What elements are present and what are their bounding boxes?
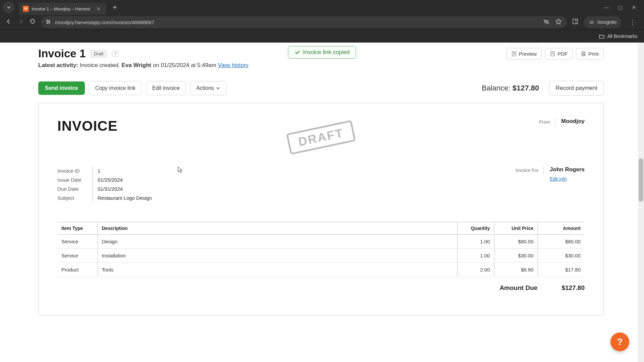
side-panel-button[interactable] [572, 18, 579, 26]
cell-amt: $30.00 [538, 249, 585, 263]
reload-icon [30, 18, 36, 24]
svg-point-2 [47, 22, 48, 24]
for-name: John Rogers [550, 166, 585, 173]
bookmark-star-button[interactable] [555, 18, 562, 26]
balance-label: Balance: [482, 84, 513, 92]
activity-actor: Eva Wright [122, 62, 151, 68]
all-bookmarks-button[interactable]: All Bookmarks [599, 33, 637, 39]
col-header-unit: Unit Price [494, 222, 538, 235]
svg-point-1 [49, 21, 50, 22]
forward-button[interactable] [17, 18, 24, 26]
back-button[interactable] [5, 18, 12, 26]
toast-text: Invoice link copied [303, 49, 350, 56]
edit-info-link[interactable]: Edit info [550, 176, 567, 182]
browser-menu-button[interactable]: ⋮ [627, 17, 639, 27]
svg-rect-6 [573, 19, 578, 24]
maximize-button[interactable]: ▢ [618, 5, 623, 10]
amount-due-label: Amount Due [499, 284, 537, 292]
nav-bar: moodjoy.harvestapp.com/invoices/40888687… [0, 15, 644, 29]
svg-point-3 [545, 22, 546, 23]
copy-link-button[interactable]: Copy invoice link [89, 81, 142, 95]
cell-unit: $8.90 [494, 263, 538, 277]
new-tab-button[interactable]: + [110, 2, 120, 12]
line-items-table: Item Type Description Quantity Unit Pric… [57, 222, 585, 277]
address-bar[interactable]: moodjoy.harvestapp.com/invoices/40888687 [41, 16, 567, 28]
svg-line-5 [544, 19, 549, 24]
preview-label: Preview [519, 51, 537, 57]
cell-unit: $30.00 [494, 249, 538, 263]
actions-dropdown[interactable]: Actions [190, 81, 226, 95]
meta-invoice-id: 1 [93, 166, 152, 175]
meta-issue-date: 01/25/2024 [93, 175, 152, 184]
cell-type: Product [57, 263, 98, 277]
col-header-qty: Quantity [457, 222, 494, 235]
cell-desc: Design [98, 235, 457, 249]
meta-issue-date-label: Issue Date [57, 175, 93, 184]
help-fab-button[interactable]: ? [610, 333, 629, 351]
svg-text:$: $ [513, 52, 515, 55]
cell-type: Service [57, 249, 98, 263]
close-tab-button[interactable]: ✕ [95, 5, 102, 13]
chevron-down-icon [216, 86, 220, 90]
cell-qty: 1.00 [457, 249, 494, 263]
help-button[interactable]: ? [112, 50, 119, 57]
activity-prefix: Latest activity: [38, 62, 78, 68]
invoice-card: INVOICE DRAFT From Moodjoy Invoice ID 1 … [38, 103, 604, 315]
status-badge: Draft [90, 50, 107, 58]
svg-rect-16 [582, 52, 585, 53]
balance-amount: $127.80 [513, 84, 539, 92]
preview-button[interactable]: $ Preview [506, 48, 542, 60]
incognito-indicator-icon[interactable] [543, 18, 550, 26]
minimize-button[interactable]: — [604, 5, 609, 10]
pdf-label: PDF [557, 51, 568, 57]
close-window-button[interactable]: ✕ [632, 5, 636, 10]
table-row: Service Design 1.00 $80.00 $80.00 [57, 235, 585, 249]
reload-button[interactable] [30, 18, 36, 26]
activity-text: Invoice created. [80, 62, 120, 68]
scrollbar[interactable] [638, 43, 644, 362]
meta-due-date-label: Due Date [57, 184, 93, 193]
activity-line: Latest activity: Invoice created. Eva Wr… [38, 62, 604, 69]
pdf-button[interactable]: PDF [545, 48, 573, 60]
browser-chrome: H Invoice 1 – Moodjoy – Harvest ✕ + — ▢ … [0, 0, 644, 43]
activity-timestamp: on 01/25/2024 at 5:49am [153, 62, 216, 68]
chevron-down-icon [7, 5, 11, 9]
check-icon [294, 49, 301, 55]
tab-favicon: H [23, 6, 29, 12]
browser-tab[interactable]: H Invoice 1 – Moodjoy – Harvest ✕ [19, 3, 106, 15]
svg-point-0 [47, 20, 48, 21]
table-row: Service Installation 1.00 $30.00 $30.00 [57, 249, 585, 263]
cell-amt: $80.00 [538, 235, 585, 249]
cell-desc: Tools [98, 263, 457, 277]
cell-unit: $80.00 [494, 235, 538, 249]
meta-subject: Restaurant Logo Design [93, 193, 152, 202]
print-icon [581, 51, 586, 56]
tab-search-button[interactable] [3, 1, 15, 13]
svg-point-8 [590, 22, 592, 24]
incognito-badge[interactable]: Incognito [584, 16, 621, 28]
tab-bar: H Invoice 1 – Moodjoy – Harvest ✕ + — ▢ … [0, 0, 644, 15]
window-controls: — ▢ ✕ [604, 5, 640, 10]
url-text: moodjoy.harvestapp.com/invoices/40888687 [55, 19, 539, 25]
record-payment-button[interactable]: Record payment [549, 81, 604, 96]
toast-notification: Invoice link copied [288, 46, 356, 59]
print-button[interactable]: Print [576, 48, 604, 60]
view-history-link[interactable]: View history [218, 62, 249, 68]
send-invoice-button[interactable]: Send invoice [38, 81, 85, 95]
print-label: Print [588, 51, 599, 57]
page-content: Invoice link copied Invoice 1 Draft ? $ … [0, 43, 644, 362]
arrow-left-icon [5, 18, 12, 25]
amount-due-value: $127.80 [561, 284, 585, 292]
cell-type: Service [57, 235, 98, 249]
edit-invoice-button[interactable]: Edit invoice [146, 81, 186, 95]
from-block: From Moodjoy [539, 118, 585, 126]
from-name: Moodjoy [561, 118, 585, 125]
address-bar-icons [543, 18, 562, 26]
scrollbar-thumb[interactable] [639, 158, 643, 202]
folder-icon [599, 33, 605, 39]
site-info-icon[interactable] [46, 19, 51, 25]
meta-due-date: 01/31/2024 [93, 184, 152, 193]
arrow-right-icon [17, 18, 24, 25]
help-fab-label: ? [617, 337, 623, 347]
incognito-icon [589, 19, 595, 25]
